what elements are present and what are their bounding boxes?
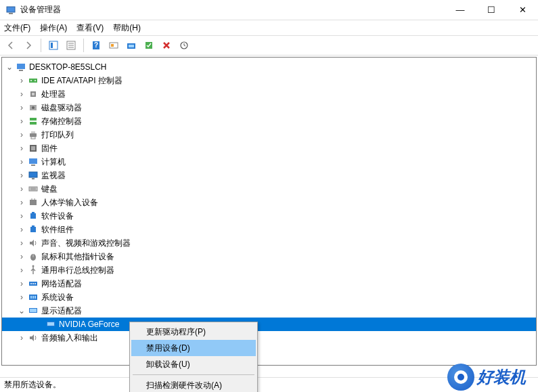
close-button[interactable]: ✕: [507, 0, 538, 20]
tree-node-display-adapters[interactable]: 显示适配器: [2, 304, 536, 318]
expander-icon[interactable]: [17, 103, 26, 112]
svg-rect-22: [32, 93, 35, 95]
expander-icon[interactable]: [17, 225, 26, 234]
expander-icon[interactable]: [17, 130, 26, 139]
tree-leaf-nvidia[interactable]: NVIDIA GeForce: [2, 318, 536, 331]
watermark-text: 好装机: [477, 366, 526, 388]
expander-icon[interactable]: [17, 306, 26, 315]
expander-icon[interactable]: [17, 198, 26, 207]
expander-none: [35, 320, 44, 329]
menu-action[interactable]: 操作(A): [40, 22, 67, 34]
disk-icon: [28, 102, 39, 113]
scan-button[interactable]: [106, 37, 122, 53]
tree-node[interactable]: 网络适配器: [2, 277, 536, 290]
maximize-button[interactable]: ☐: [476, 0, 507, 20]
monitor-icon: [28, 170, 39, 181]
tree-node[interactable]: 存储控制器: [2, 114, 536, 128]
system-icon: [28, 292, 39, 303]
svg-text:?: ?: [94, 41, 98, 49]
computer-icon: [28, 156, 39, 167]
svg-rect-3: [51, 43, 53, 48]
tree-root[interactable]: DESKTOP-8E5SLCH: [2, 60, 536, 74]
tree-node[interactable]: 通用串行总线控制器: [2, 263, 536, 277]
device-tree-container: DESKTOP-8E5SLCH IDE ATA/ATAPI 控制器处理器磁盘驱动…: [1, 57, 537, 366]
tree-node[interactable]: 磁盘驱动器: [2, 101, 536, 114]
tree-node-audio-io[interactable]: 音频输入和输出: [2, 331, 536, 345]
expander-icon[interactable]: [17, 184, 26, 194]
menu-help[interactable]: 帮助(H): [113, 22, 141, 34]
svg-rect-2: [49, 41, 58, 49]
node-label: 鼠标和其他指针设备: [41, 251, 114, 263]
svg-rect-18: [29, 79, 37, 83]
tree-node[interactable]: 软件组件: [2, 223, 536, 236]
leaf-label: NVIDIA GeForce: [59, 320, 119, 329]
tree-node[interactable]: 计算机: [2, 155, 536, 169]
menu-item-scan-hardware[interactable]: 扫描检测硬件改动(A): [131, 377, 256, 392]
audio-icon: [28, 332, 39, 343]
node-label: 人体学输入设备: [41, 197, 98, 209]
minimize-button[interactable]: —: [445, 0, 476, 20]
svg-rect-28: [31, 131, 35, 133]
expander-icon[interactable]: [17, 144, 26, 153]
menu-item-uninstall-device[interactable]: 卸载设备(U): [131, 356, 256, 372]
node-label: 固件: [41, 143, 58, 154]
refresh-button[interactable]: [176, 37, 192, 53]
tree-node[interactable]: 系统设备: [2, 290, 536, 304]
expander-icon[interactable]: [17, 252, 26, 261]
menu-item-update-driver[interactable]: 更新驱动程序(P): [131, 324, 256, 340]
svg-rect-54: [35, 296, 36, 299]
tree-node[interactable]: 处理器: [2, 87, 536, 101]
svg-rect-33: [31, 165, 35, 166]
tree-node[interactable]: 固件: [2, 141, 536, 155]
help-button[interactable]: ?: [88, 37, 104, 53]
expander-icon[interactable]: [17, 292, 26, 302]
expander-icon[interactable]: [17, 171, 26, 180]
firmware-icon: [28, 143, 39, 154]
tree-node[interactable]: 人体学输入设备: [2, 196, 536, 209]
node-label: 通用串行总线控制器: [41, 265, 114, 276]
expander-icon[interactable]: [17, 157, 26, 167]
tree-node[interactable]: IDE ATA/ATAPI 控制器: [2, 74, 536, 87]
tree-node[interactable]: 监视器: [2, 169, 536, 182]
root-label: DESKTOP-8E5SLCH: [29, 62, 107, 72]
expander-icon[interactable]: [17, 238, 26, 248]
menu-file[interactable]: 文件(F): [4, 22, 30, 34]
expander-icon[interactable]: [17, 116, 26, 126]
tree-node[interactable]: 声音、视频和游戏控制器: [2, 236, 536, 250]
expander-icon[interactable]: [5, 62, 14, 72]
node-label: 软件组件: [41, 224, 74, 236]
svg-rect-42: [30, 227, 36, 232]
svg-rect-39: [30, 200, 37, 205]
svg-rect-25: [30, 118, 37, 121]
menu-item-disable-device[interactable]: 禁用设备(D): [131, 340, 256, 356]
storage-icon: [28, 116, 39, 127]
expander-icon[interactable]: [17, 89, 26, 99]
expander-icon[interactable]: [17, 279, 26, 288]
uninstall-button[interactable]: [158, 37, 175, 53]
menubar: 文件(F) 操作(A) 查看(V) 帮助(H): [0, 20, 538, 35]
toolbar: ?: [0, 35, 538, 56]
tree-node[interactable]: 键盘: [2, 182, 536, 196]
tree-node[interactable]: 鼠标和其他指针设备: [2, 250, 536, 263]
expander-icon[interactable]: [17, 76, 26, 85]
show-hide-button[interactable]: [45, 37, 62, 53]
expander-icon[interactable]: [17, 211, 26, 221]
expander-icon[interactable]: [17, 265, 26, 275]
menu-separator: [133, 374, 254, 375]
svg-rect-17: [19, 70, 23, 71]
svg-rect-26: [30, 122, 37, 125]
expander-icon[interactable]: [17, 333, 26, 343]
update-driver-button[interactable]: [123, 37, 139, 53]
tree-node[interactable]: 打印队列: [2, 128, 536, 141]
tree-node[interactable]: 软件设备: [2, 209, 536, 223]
properties-button[interactable]: [63, 37, 79, 53]
keyboard-icon: [28, 183, 39, 194]
enable-button[interactable]: [141, 37, 157, 53]
back-button[interactable]: [3, 37, 19, 53]
forward-button[interactable]: [20, 37, 37, 53]
device-tree: DESKTOP-8E5SLCH IDE ATA/ATAPI 控制器处理器磁盘驱动…: [2, 58, 536, 347]
menu-view[interactable]: 查看(V): [76, 22, 104, 34]
software-icon: [28, 224, 39, 235]
node-label: 计算机: [41, 156, 66, 168]
svg-rect-58: [47, 322, 54, 326]
